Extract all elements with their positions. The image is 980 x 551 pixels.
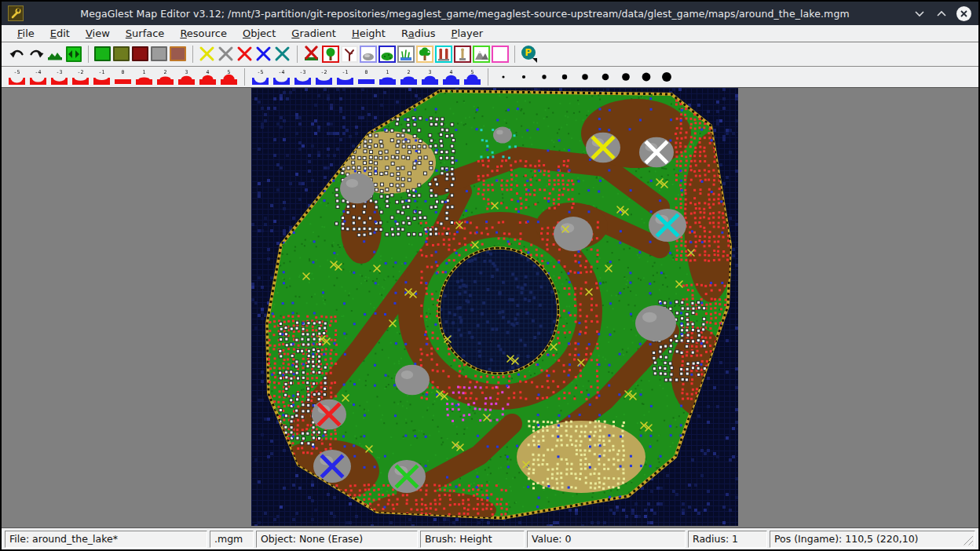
height-brush-icon [357,68,376,86]
radius-dot-icon [657,68,676,86]
menu-player[interactable]: Player [444,27,491,40]
object-statue-button[interactable] [454,46,471,63]
gradient-brush-2[interactable] [399,68,419,86]
resource-gold-button[interactable] [199,46,216,63]
object-big-tree-button[interactable] [416,46,433,63]
radius-4-button[interactable] [555,68,574,86]
gradient-brush-0[interactable] [357,68,376,86]
gradient-brush-5[interactable] [463,68,482,86]
menu-gradient[interactable]: Gradient [283,27,344,40]
gradient-brush--2[interactable] [314,68,334,86]
object-invisible-button-frame [492,46,509,63]
surface-stone-button[interactable] [151,46,168,63]
object-invisible-button[interactable] [492,46,509,63]
height-brush-3[interactable] [177,68,196,86]
status-file: File: around_the_lake* [5,531,207,548]
radius-7-button[interactable] [616,68,635,86]
radius-dot-icon [596,68,615,86]
height-map-button[interactable] [46,46,64,63]
menu-file[interactable]: File [9,27,42,40]
surface-secondary-grass-button[interactable] [113,46,130,63]
undo-button[interactable] [9,46,26,63]
gradient-brush--4[interactable] [272,68,291,86]
menu-object[interactable]: Object [235,27,283,40]
square-icon [170,46,187,63]
height-brush--1[interactable] [92,68,112,86]
mountain-icon [474,47,488,61]
menu-view[interactable]: View [78,27,118,40]
height-brush-2[interactable] [155,68,175,86]
status-radius: Radius: 1 [688,531,767,548]
resource-stone-button[interactable] [218,46,235,63]
xmark-icon [274,46,291,63]
height-brush-1[interactable] [134,68,154,86]
object-erase-button[interactable] [303,46,320,63]
surface-road-button[interactable] [132,46,149,63]
gradient-brush--5[interactable] [250,68,270,86]
menu-radius[interactable]: Radius [393,27,444,40]
gradient-brush--1[interactable] [335,68,355,86]
status-bar: File: around_the_lake*.mgmObject: None (… [2,527,978,549]
xmark-icon [218,46,235,63]
bigtree-icon [418,47,432,61]
object-water-object-button[interactable] [397,46,415,63]
object-mountain-button[interactable] [473,46,490,63]
radius-3-button[interactable] [535,68,554,86]
resource-custom3-button[interactable] [274,46,291,63]
resource-custom2-button[interactable] [255,46,272,63]
object-tree-button[interactable] [322,46,339,63]
radius-5-button[interactable] [576,68,594,86]
menu-bar: FileEditViewSurfaceResourceObjectGradien… [2,25,978,42]
height-brush--3[interactable] [49,68,69,86]
map-canvas[interactable] [251,88,738,526]
window-title: MegaGlest Map Editor v3.12; /mnt/3-parti… [24,8,906,20]
erase-icon [303,46,320,63]
height-brush-icon [420,68,440,86]
object-stone-button[interactable] [360,46,377,63]
resize-grip[interactable] [962,535,973,546]
height-brush-icon [28,68,48,86]
height-brush-icon [92,68,112,86]
object-bush-button[interactable] [378,46,396,63]
object-dead-tree-button[interactable] [341,46,358,63]
height-brush-4[interactable] [198,68,218,86]
height-brush--5[interactable] [7,68,27,86]
status-object: Object: None (Erase) [256,531,418,548]
menu-edit[interactable]: Edit [42,27,78,40]
radius-6-button[interactable] [596,68,615,86]
status-pos-text: Pos (Ingame): 110,5 (220,10) [774,533,918,545]
radius-9-button[interactable] [657,68,676,86]
height-brush--4[interactable] [28,68,48,86]
height-brush-0[interactable] [113,68,133,86]
gradient-brush-3[interactable] [420,68,440,86]
radius-1-button[interactable] [494,68,513,86]
height-brush-icon [113,68,133,86]
title-bar[interactable]: MegaGlest Map Editor v3.12; /mnt/3-parti… [2,2,978,25]
height-brush--2[interactable] [71,68,90,86]
swap-surfaces-button[interactable] [65,46,82,63]
surface-grass-button[interactable] [94,46,112,63]
minimize-button[interactable] [911,5,928,22]
xmark-icon [236,46,254,63]
object-hanged-statues-button[interactable] [435,46,452,63]
radius-8-button[interactable] [637,68,656,86]
map-viewport [2,88,978,527]
menu-resource[interactable]: Resource [172,27,235,40]
maximize-button[interactable] [933,5,950,22]
height-brush-icon [250,68,270,86]
player-menu-button[interactable] [521,45,539,64]
gradient-brush-1[interactable] [378,68,397,86]
height-brush-5[interactable] [219,68,239,86]
menu-height[interactable]: Height [344,27,393,40]
object-big-tree-button-frame [416,46,433,63]
menu-surface[interactable]: Surface [118,27,173,40]
close-button[interactable] [955,5,972,22]
surface-ground-button[interactable] [170,46,187,63]
radius-2-button[interactable] [514,68,533,86]
brush-toolbar [2,67,978,88]
gradient-brush--3[interactable] [293,68,313,86]
redo-button[interactable] [27,46,45,63]
resource-custom1-button[interactable] [236,46,254,63]
object-stone-button-frame [360,46,377,63]
gradient-brush-4[interactable] [441,68,461,86]
